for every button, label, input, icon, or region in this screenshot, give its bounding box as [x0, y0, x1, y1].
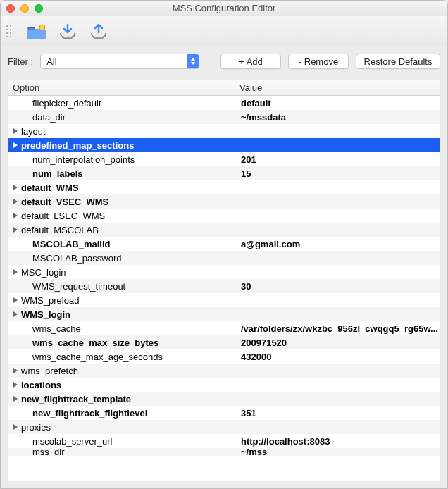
value-label: 351 — [235, 408, 440, 419]
tree-row[interactable]: default_WMS — [8, 180, 440, 194]
value-label: 200971520 — [235, 338, 440, 348]
tree-row[interactable]: locations — [8, 378, 440, 392]
toolbar-handle-icon — [6, 25, 11, 37]
column-header-value[interactable]: Value — [235, 80, 440, 95]
cell-option: layout — [8, 126, 235, 137]
tree-row[interactable]: MSCOLAB_mailida@gmail.com — [8, 237, 440, 251]
disclosure-triangle-icon[interactable] — [11, 268, 20, 276]
option-label: mscolab_server_url — [32, 436, 112, 447]
remove-button[interactable]: - Remove — [288, 54, 349, 69]
option-label: WMS_request_timeout — [32, 281, 125, 292]
tree-row[interactable]: WMS_preload — [8, 293, 440, 307]
minimize-window-button[interactable] — [20, 4, 29, 13]
cell-option: WMS_request_timeout — [8, 281, 235, 292]
cell-option: WMS_login — [8, 309, 235, 320]
value-label: http://localhost:8083 — [235, 436, 440, 447]
cell-option: mscolab_server_url — [8, 436, 235, 447]
disclosure-triangle-icon[interactable] — [11, 297, 20, 304]
titlebar: MSS Configuration Editor — [1, 1, 447, 16]
cell-option: proxies — [8, 422, 235, 433]
option-label: MSC_login — [21, 267, 66, 278]
tree-row[interactable]: wms_cache_max_age_seconds432000 — [8, 349, 440, 364]
value-label: /var/folders/zx/wkzbc_956zl_cwqgq5_rg65w… — [235, 323, 440, 334]
cell-option: new_flighttrack_template — [8, 394, 235, 404]
disclosure-triangle-icon[interactable] — [11, 367, 20, 374]
value-label: 30 — [235, 281, 440, 292]
tree-row[interactable]: MSCOLAB_password — [8, 251, 440, 265]
option-label: default_WMS — [21, 182, 79, 193]
option-label: MSCOLAB_mailid — [32, 239, 111, 249]
value-label: default — [235, 98, 440, 109]
value-label: ~/mss — [235, 447, 440, 457]
tree-row[interactable]: wms_cache/var/folders/zx/wkzbc_956zl_cwq… — [8, 321, 440, 335]
disclosure-triangle-icon[interactable] — [11, 128, 20, 135]
cell-option: MSCOLAB_password — [8, 253, 235, 264]
chevron-up-down-icon — [187, 54, 199, 68]
cell-option: new_flighttrack_flightlevel — [8, 408, 235, 419]
tree-row[interactable]: filepicker_defaultdefault — [8, 96, 440, 110]
option-label: default_VSEC_WMS — [21, 197, 108, 207]
cell-option: default_VSEC_WMS — [8, 197, 235, 207]
tree-row[interactable]: WMS_request_timeout30 — [8, 279, 440, 293]
column-header-option[interactable]: Option — [8, 80, 235, 95]
filter-row: Filter : All + Add - Remove Restore Defa… — [1, 47, 447, 75]
tree-row[interactable]: new_flighttrack_flightlevel351 — [8, 406, 440, 420]
cell-option: locations — [8, 380, 235, 390]
tree-row[interactable]: proxies — [8, 420, 440, 434]
tree-row[interactable]: num_interpolation_points201 — [8, 152, 440, 166]
tree-row[interactable]: mscolab_server_urlhttp://localhost:8083 — [8, 434, 440, 448]
disclosure-triangle-icon[interactable] — [11, 142, 20, 149]
disclosure-triangle-icon[interactable] — [11, 212, 20, 219]
option-label: proxies — [21, 422, 51, 433]
disclosure-triangle-icon[interactable] — [11, 311, 20, 318]
option-label: new_flighttrack_flightlevel — [32, 408, 147, 419]
value-label: 432000 — [235, 352, 440, 362]
tree-rows: filepicker_defaultdefaultdata_dir~/mssda… — [8, 96, 440, 481]
option-label: wms_prefetch — [21, 366, 78, 376]
folder-new-icon[interactable] — [27, 22, 46, 42]
cell-option: num_interpolation_points — [8, 154, 235, 165]
disclosure-triangle-icon[interactable] — [11, 381, 20, 388]
import-icon[interactable] — [58, 22, 77, 42]
restore-defaults-button[interactable]: Restore Defaults — [356, 54, 440, 69]
add-button[interactable]: + Add — [220, 54, 281, 69]
option-label: new_flighttrack_template — [21, 394, 131, 404]
disclosure-triangle-icon[interactable] — [11, 198, 20, 205]
tree-row[interactable]: data_dir~/mssdata — [8, 110, 440, 124]
zoom-window-button[interactable] — [35, 4, 43, 13]
option-label: num_interpolation_points — [32, 154, 135, 165]
tree-row[interactable]: wms_prefetch — [8, 364, 440, 378]
cell-option: wms_cache — [8, 323, 235, 334]
cell-option: predefined_map_sections — [8, 140, 235, 151]
tree-row[interactable]: mss_dir~/mss — [8, 448, 440, 456]
option-label: wms_cache_max_age_seconds — [32, 352, 163, 362]
tree-row[interactable]: num_labels15 — [8, 166, 440, 180]
filter-select[interactable]: All — [40, 54, 199, 69]
tree-row[interactable]: wms_cache_max_size_bytes200971520 — [8, 335, 440, 349]
option-label: locations — [21, 380, 61, 390]
disclosure-triangle-icon[interactable] — [11, 226, 20, 233]
tree-row[interactable]: default_VSEC_WMS — [8, 194, 440, 209]
filter-label: Filter : — [8, 56, 33, 67]
cell-option: MSC_login — [8, 267, 235, 278]
tree-row[interactable]: default_MSCOLAB — [8, 223, 440, 237]
cell-option: num_labels — [8, 168, 235, 179]
tree-row[interactable]: MSC_login — [8, 265, 440, 279]
cell-option: wms_cache_max_size_bytes — [8, 338, 235, 348]
tree-row[interactable]: WMS_login — [8, 307, 440, 321]
disclosure-triangle-icon[interactable] — [11, 395, 20, 402]
tree-row[interactable]: default_LSEC_WMS — [8, 209, 440, 223]
option-label: wms_cache — [32, 323, 81, 334]
option-label: MSCOLAB_password — [32, 253, 121, 264]
export-icon[interactable] — [89, 22, 108, 42]
cell-option: default_LSEC_WMS — [8, 211, 235, 221]
window-title: MSS Configuration Editor — [1, 3, 447, 13]
tree-row[interactable]: predefined_map_sections — [8, 138, 440, 152]
disclosure-triangle-icon[interactable] — [11, 423, 20, 431]
tree-row[interactable]: layout — [8, 124, 440, 138]
tree-row[interactable]: new_flighttrack_template — [8, 392, 440, 406]
cell-option: default_WMS — [8, 182, 235, 193]
disclosure-triangle-icon[interactable] — [11, 184, 20, 191]
close-window-button[interactable] — [6, 4, 15, 13]
option-label: layout — [21, 126, 46, 137]
